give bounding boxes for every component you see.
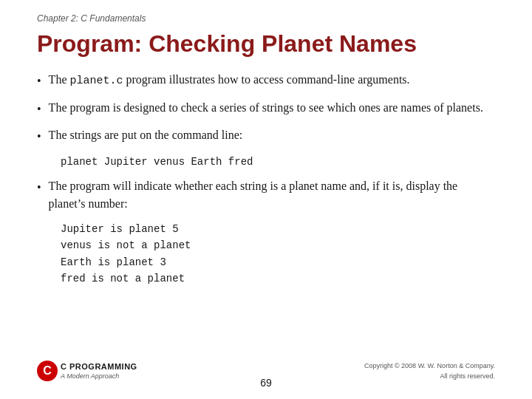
logo: C C PROGRAMMING A Modern Approach <box>37 361 137 381</box>
bullet-text-3: The strings are put on the command line: <box>49 126 495 143</box>
code-line: Jupiter is planet 5 <box>61 221 495 237</box>
list-item: • The strings are put on the command lin… <box>37 126 495 145</box>
logo-c-letter: C <box>43 364 52 378</box>
code-line: venus is not a planet <box>61 237 495 253</box>
bullet-marker: • <box>37 128 41 145</box>
bullet-text-1: The planet.c program illustrates how to … <box>49 71 495 89</box>
bullet-text-4: The program will indicate whether each s… <box>49 177 495 211</box>
logo-wrapper: C C PROGRAMMING A Modern Approach <box>37 361 137 381</box>
bullet-text-2: The program is designed to check a serie… <box>49 99 495 116</box>
logo-c-icon: C <box>37 361 58 381</box>
footer: C C PROGRAMMING A Modern Approach 69 Cop… <box>0 377 532 389</box>
logo-main-text: C PROGRAMMING <box>61 362 137 372</box>
bullet-marker: • <box>37 179 41 196</box>
list-item: • The program will indicate whether each… <box>37 177 495 211</box>
list-item: • The planet.c program illustrates how t… <box>37 71 495 89</box>
slide: Chapter 2: C Fundamentals Program: Check… <box>0 0 532 399</box>
copyright-line1: Copyright © 2008 W. W. Norton & Company. <box>364 361 495 372</box>
bullet-marker: • <box>37 72 41 89</box>
code-line: Earth is planet 3 <box>61 254 495 270</box>
code-block-1: planet Jupiter venus Earth fred <box>61 154 495 170</box>
copyright: Copyright © 2008 W. W. Norton & Company.… <box>364 361 495 381</box>
chapter-label: Chapter 2: C Fundamentals <box>37 13 495 24</box>
bullet-list-2: • The program will indicate whether each… <box>37 177 495 211</box>
logo-text-block: C PROGRAMMING A Modern Approach <box>61 362 137 379</box>
bullet-list: • The planet.c program illustrates how t… <box>37 71 495 145</box>
logo-sub-text: A Modern Approach <box>61 372 137 380</box>
code-line: fred is not a planet <box>61 270 495 287</box>
inline-code: planet.c <box>69 75 123 87</box>
page-number: 69 <box>260 377 272 389</box>
copyright-line2: All rights reserved. <box>364 372 495 382</box>
slide-title: Program: Checking Planet Names <box>37 30 495 58</box>
code-block-2: Jupiter is planet 5 venus is not a plane… <box>61 221 495 287</box>
list-item: • The program is designed to check a ser… <box>37 99 495 117</box>
bullet-marker: • <box>37 100 41 117</box>
